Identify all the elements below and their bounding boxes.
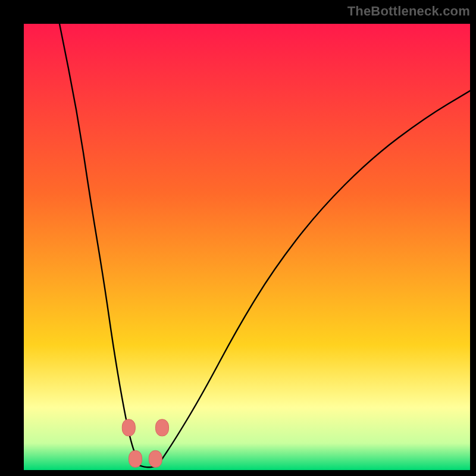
attribution-text: TheBottleneck.com [347,4,470,19]
gradient-background [24,24,470,470]
curve-marker [129,450,142,467]
curve-marker [156,419,169,436]
chart-svg [24,24,470,470]
plot-area [24,24,470,470]
curve-marker [122,419,135,436]
frame: TheBottleneck.com [0,0,476,476]
curve-marker [149,450,162,467]
